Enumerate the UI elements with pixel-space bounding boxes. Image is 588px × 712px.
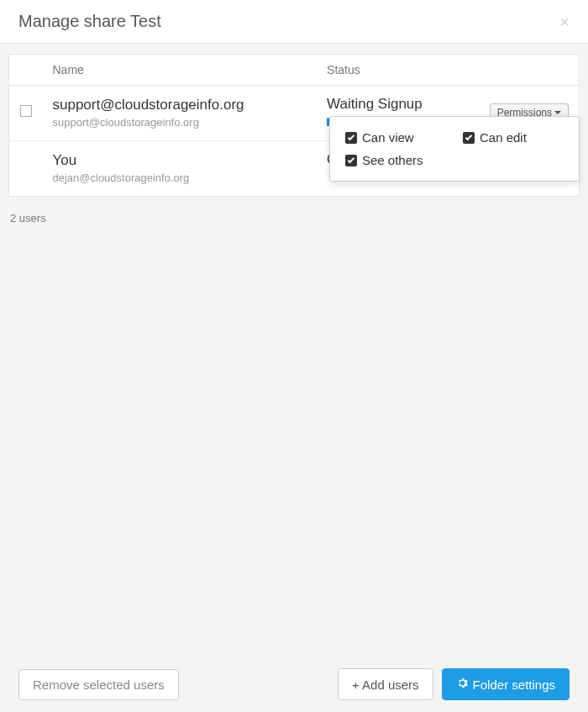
chevron-down-icon xyxy=(554,111,561,114)
folder-settings-label: Folder settings xyxy=(473,678,555,692)
column-checkbox xyxy=(9,55,43,86)
permission-label: See others xyxy=(362,153,423,167)
remove-selected-button[interactable]: Remove selected users xyxy=(18,669,179,700)
page-title: Manage share Test xyxy=(18,12,161,31)
folder-settings-button[interactable]: Folder settings xyxy=(442,668,570,700)
row-checkbox[interactable] xyxy=(20,105,32,117)
table-row: support@cloudstorageinfo.org support@clo… xyxy=(9,86,580,141)
user-name: You xyxy=(53,151,307,170)
close-button[interactable]: × xyxy=(559,13,570,30)
checkbox-checked-icon xyxy=(345,132,357,144)
permission-label: Can edit xyxy=(480,130,527,145)
permission-label: Can view xyxy=(362,130,414,145)
checkbox-checked-icon xyxy=(463,132,475,144)
user-email: support@cloudstorageinfo.org xyxy=(53,116,307,129)
permission-can-edit[interactable]: Can edit xyxy=(463,130,564,145)
close-icon: × xyxy=(559,13,570,31)
content-area: Name Status support@cloudstorageinfo.org… xyxy=(0,44,588,240)
gear-icon xyxy=(456,677,469,692)
permission-see-others[interactable]: See others xyxy=(345,153,446,167)
modal-header: Manage share Test × xyxy=(0,0,588,44)
user-email: dejan@cloudstorageinfo.org xyxy=(53,171,307,184)
user-status: Waiting Signup xyxy=(327,96,470,113)
user-name: support@cloudstorageinfo.org xyxy=(53,96,307,114)
permission-can-view[interactable]: Can view xyxy=(345,130,446,145)
permissions-dropdown: Can view Can edit See others xyxy=(329,116,580,182)
column-actions xyxy=(480,55,580,86)
footer-toolbar: Remove selected users + Add users Folder… xyxy=(0,657,588,712)
column-name: Name xyxy=(43,55,318,86)
add-users-button[interactable]: + Add users xyxy=(338,668,433,700)
column-status: Status xyxy=(317,55,480,86)
user-count: 2 users xyxy=(8,197,580,240)
users-table: Name Status support@cloudstorageinfo.org… xyxy=(8,54,580,197)
checkbox-checked-icon xyxy=(345,155,357,166)
